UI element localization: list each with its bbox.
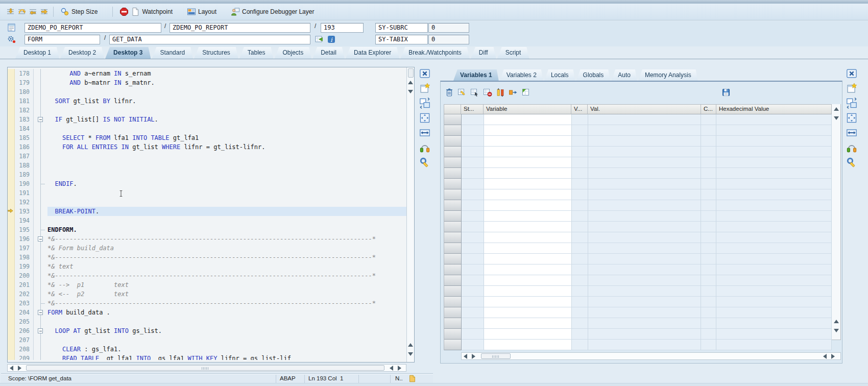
breakpoint-margin[interactable] — [8, 78, 15, 87]
scroll-up-arrow[interactable] — [408, 81, 413, 84]
column-header-Variable[interactable]: Variable — [484, 104, 571, 114]
table-horizontal-scrollbar[interactable] — [461, 352, 841, 360]
tab-diff[interactable]: Diff — [471, 47, 496, 59]
table-row[interactable] — [444, 340, 832, 350]
tab-structures[interactable]: Structures — [194, 47, 238, 59]
scroll-down-arrow[interactable] — [408, 352, 413, 356]
configure-debugger-layer-button[interactable]: Configure Debugger Layer — [228, 6, 317, 17]
tab-globals[interactable]: Globals — [576, 69, 611, 81]
code-line[interactable]: 199*& text — [8, 262, 407, 271]
event-type-field[interactable]: FORM — [25, 35, 100, 44]
table-row[interactable] — [444, 329, 832, 340]
scroll-right-arrow[interactable] — [398, 366, 401, 371]
breakpoint-margin[interactable] — [8, 115, 15, 124]
tab-detail[interactable]: Detail — [312, 47, 345, 59]
table-vertical-scrollbar[interactable] — [832, 104, 841, 340]
tab-auto[interactable]: Auto — [611, 69, 637, 81]
table-row[interactable] — [444, 232, 832, 243]
code-line[interactable]: 209 READ TABLE gt_lfa1 INTO gs_lfa1 WITH… — [8, 354, 407, 360]
step-return-icon[interactable] — [29, 7, 38, 16]
breakpoint-margin[interactable] — [8, 262, 15, 271]
tab-tables[interactable]: Tables — [239, 47, 274, 59]
swap-panel-icon[interactable] — [419, 98, 430, 109]
code-line[interactable]: 195ENDFORM. — [8, 225, 407, 234]
table-select-icon[interactable] — [470, 88, 479, 97]
breakpoint-margin[interactable] — [8, 87, 15, 96]
tab-script[interactable]: Script — [497, 47, 529, 59]
table-row[interactable] — [444, 168, 832, 179]
table-row[interactable] — [444, 297, 832, 307]
tab-locals[interactable]: Locals — [544, 69, 575, 81]
table-row[interactable] — [444, 307, 832, 318]
code-line[interactable]: 191 — [8, 188, 407, 198]
code-line[interactable]: 207 — [8, 335, 407, 345]
compare-icon[interactable] — [496, 88, 505, 97]
scroll-left-arrow[interactable] — [823, 354, 827, 359]
code-line[interactable]: 204FORM build_data . — [8, 308, 407, 317]
breakpoint-margin[interactable] — [8, 133, 15, 142]
breakpoint-margin[interactable] — [8, 161, 15, 170]
table-row[interactable] — [444, 222, 832, 232]
breakpoint-margin[interactable] — [8, 170, 15, 179]
scroll-down-arrow[interactable] — [834, 329, 839, 332]
scroll-down-arrow[interactable] — [834, 116, 839, 120]
full-width-icon[interactable] — [419, 127, 430, 138]
dock-icon[interactable] — [419, 142, 430, 153]
code-line[interactable]: 189 — [8, 170, 407, 179]
swap-panel-icon[interactable] — [846, 98, 857, 109]
tab-break-watchpoints[interactable]: Break./Watchpoints — [400, 47, 470, 59]
code-line[interactable]: 180 — [8, 87, 407, 96]
services-icon[interactable] — [846, 157, 857, 168]
fold-toggle-icon[interactable] — [34, 115, 47, 124]
breakpoint-margin[interactable] — [8, 179, 15, 188]
scroll-right-arrow[interactable] — [472, 354, 475, 359]
tab-memory-analysis[interactable]: Memory Analysis — [638, 69, 698, 81]
breakpoint-margin[interactable] — [8, 234, 15, 244]
tab-desktop-2[interactable]: Desktop 2 — [60, 47, 104, 59]
breakpoint-margin[interactable] — [8, 152, 15, 161]
tab-desktop-3[interactable]: Desktop 3 — [105, 47, 151, 59]
scroll-left-arrow[interactable] — [464, 354, 467, 359]
info-icon[interactable]: i — [327, 35, 336, 44]
sy-tabix-value-field[interactable]: 0 — [428, 35, 469, 44]
tab-variables-2[interactable]: Variables 2 — [500, 69, 543, 81]
table-row[interactable] — [444, 254, 832, 264]
code-line[interactable]: 194 — [8, 216, 407, 225]
step-over-icon[interactable] — [17, 7, 27, 16]
current-line-arrow-icon[interactable] — [8, 207, 15, 216]
breakpoint-margin[interactable] — [8, 326, 15, 335]
watchpoint-button[interactable]: Watchpoint — [117, 6, 175, 17]
column-header-selector[interactable] — [444, 104, 461, 114]
code-line[interactable]: 197*& Form build_data — [8, 244, 407, 253]
breakpoint-margin[interactable] — [8, 124, 15, 133]
fold-toggle-icon[interactable] — [34, 326, 47, 335]
code-line[interactable]: 185 SELECT * FROM lfa1 INTO TABLE gt_lfa… — [8, 133, 407, 142]
breakpoint-margin[interactable] — [8, 345, 15, 354]
table-row[interactable] — [444, 136, 832, 147]
column-header-St...[interactable]: St... — [461, 104, 484, 114]
scroll-right-arrow[interactable] — [18, 366, 21, 371]
code-line[interactable]: 206 LOOP AT gt_list INTO gs_list. — [8, 326, 407, 335]
column-header-Val.[interactable]: Val. — [588, 104, 701, 114]
table-row[interactable] — [444, 147, 832, 157]
fold-toggle-icon[interactable] — [34, 234, 47, 244]
editor-vertical-scrollbar[interactable] — [406, 67, 414, 362]
scroll-up-arrow[interactable] — [834, 107, 839, 111]
table-row[interactable] — [444, 200, 832, 211]
maximize-icon[interactable] — [419, 112, 430, 124]
column-header-Hexadecimal Value[interactable]: Hexadecimal Value — [716, 104, 832, 114]
table-row[interactable] — [444, 275, 832, 286]
breakpoint-margin[interactable] — [8, 142, 15, 152]
code-line[interactable]: 182 — [8, 106, 407, 115]
table-apply-icon[interactable] — [315, 35, 324, 44]
code-line[interactable]: 196*&-----------------------------------… — [8, 234, 407, 244]
table-row[interactable] — [444, 125, 832, 136]
tab-data-explorer[interactable]: Data Explorer — [346, 47, 399, 59]
code-line[interactable]: 178 AND a~ernam IN s_ernam — [8, 69, 407, 78]
continue-icon[interactable] — [40, 7, 49, 16]
code-line[interactable]: 188 — [8, 161, 407, 170]
scroll-up-arrow[interactable] — [834, 320, 839, 323]
tab-objects[interactable]: Objects — [275, 47, 312, 59]
code-line[interactable]: 184 — [8, 124, 407, 133]
column-header-V...[interactable]: V... — [571, 104, 588, 114]
